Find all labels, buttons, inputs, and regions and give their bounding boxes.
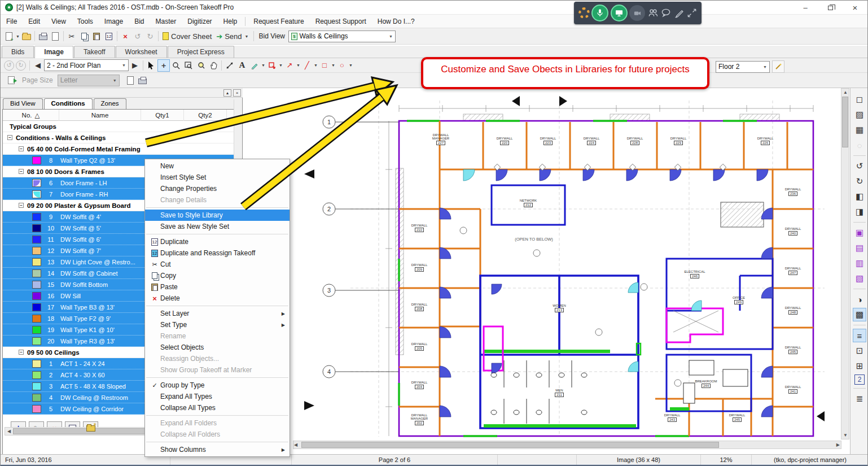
cover-sheet-button[interactable]: Cover Sheet <box>160 30 214 42</box>
layer-selector[interactable]: Floor 2▼ <box>716 61 770 73</box>
rotate-left-icon[interactable]: ↺ <box>853 159 866 173</box>
send-button[interactable]: ➔Send▼ <box>214 30 251 42</box>
page-setup-button[interactable] <box>5 74 17 86</box>
print-button[interactable] <box>37 30 49 42</box>
column-header-name[interactable]: Name <box>59 110 141 121</box>
stamp-tool[interactable] <box>266 59 278 72</box>
flip-vertical-icon[interactable]: ◨ <box>853 205 866 219</box>
list-view-icon[interactable]: ≡ <box>853 329 866 342</box>
microphone-on-button[interactable] <box>591 5 608 21</box>
column-header-qty2[interactable]: Qty2 <box>184 110 227 121</box>
horizontal-scrollbar[interactable]: ◀▶ <box>293 441 841 449</box>
page-selector[interactable]: 2 - 2nd Floor Plan▼ <box>44 59 129 71</box>
report-button[interactable]: 12 <box>103 30 115 42</box>
previous-page-button[interactable]: ◀ <box>32 59 44 72</box>
menu-edit[interactable]: Edit <box>23 16 46 27</box>
legend-icon[interactable]: ≣ <box>853 392 866 406</box>
menu-digitizer[interactable]: Digitizer <box>182 16 217 27</box>
collapse-icon[interactable]: − <box>19 350 24 355</box>
nav-back-button[interactable]: ↺ <box>4 60 14 71</box>
blank-page-button[interactable] <box>124 74 137 86</box>
menu-view[interactable]: View <box>46 16 72 27</box>
rotate-right-icon[interactable]: ↻ <box>853 175 866 188</box>
panel-tab-bid-view[interactable]: Bid View <box>3 98 43 109</box>
arrow-annotation-tool[interactable]: ↗ <box>283 59 296 72</box>
crosshair-tool[interactable]: ＋ <box>157 59 170 72</box>
context-set-type[interactable]: Set Type▶ <box>145 319 290 330</box>
drawing-canvas[interactable]: 1 2 3 4 <box>243 88 850 454</box>
pointer-tool[interactable] <box>145 59 157 72</box>
panel-close-button[interactable]: × <box>233 89 241 97</box>
new-bid-button[interactable] <box>3 30 15 42</box>
undo-button[interactable]: ↺ <box>131 30 144 42</box>
context-duplicate[interactable]: 12Duplicate <box>145 236 290 247</box>
copy-button[interactable] <box>78 30 90 42</box>
collapse-icon[interactable]: − <box>19 203 24 208</box>
line-annotation-tool[interactable]: ╱ <box>301 59 313 72</box>
ellipse-annotation-tool[interactable]: ○ <box>336 59 348 72</box>
menu-how-do-i[interactable]: How Do I...? <box>372 16 420 27</box>
zoom-select-tool[interactable] <box>195 59 207 72</box>
bring-forward-icon[interactable]: ▥ <box>853 256 866 270</box>
close-button[interactable]: × <box>843 1 867 15</box>
chat-icon[interactable] <box>660 7 672 19</box>
expand-icon[interactable] <box>687 8 697 18</box>
stamp-dropdown[interactable]: ▼ <box>278 63 283 67</box>
print-page-button[interactable] <box>137 74 149 86</box>
view-selector[interactable]: $ Walls & Ceilings▼ <box>288 31 396 42</box>
context-group-by-type[interactable]: ✓Group by Type <box>145 380 290 391</box>
group-row[interactable]: −05 40 00 Cold-Formed Metal Framing <box>3 143 240 155</box>
nav-forward-button[interactable]: ↻ <box>16 60 26 71</box>
menu-image[interactable]: Image <box>99 16 129 27</box>
vertical-scrollbar[interactable]: ▲▼ <box>841 88 849 439</box>
dimension-tool[interactable] <box>223 59 236 72</box>
camera-off-button[interactable] <box>629 5 645 21</box>
print-preview-button[interactable] <box>49 30 62 42</box>
redo-button[interactable]: ↻ <box>144 30 156 42</box>
attendees-icon[interactable] <box>647 7 659 19</box>
context-change-properties[interactable]: Change Properties <box>145 183 290 194</box>
send-to-back-icon[interactable]: ▤ <box>853 241 866 255</box>
context-save-to-style-library[interactable]: Save to Style Library <box>145 210 290 221</box>
menu-tools[interactable]: Tools <box>72 16 99 27</box>
group-row-top[interactable]: Typical Groups <box>3 121 240 132</box>
context-set-layer[interactable]: Set Layer▶ <box>145 308 290 319</box>
grid-view-icon[interactable]: ▦ <box>853 123 866 137</box>
menu-help[interactable]: Help <box>218 16 243 27</box>
select-objects-icon[interactable]: ◻ <box>853 93 866 106</box>
select-region-icon[interactable]: ▨ <box>853 108 866 121</box>
page-number-icon[interactable]: 2 <box>854 374 865 385</box>
pencil-tool[interactable] <box>248 59 261 72</box>
next-page-button[interactable]: ▶ <box>129 59 141 72</box>
restore-button[interactable] <box>818 1 843 15</box>
context-paste[interactable]: Paste <box>145 281 290 293</box>
tab-image[interactable]: Image <box>34 46 73 58</box>
context-collapse-all-types[interactable]: Collapse All Types <box>145 402 290 413</box>
ellipse-annotation-dropdown[interactable]: ▼ <box>348 63 353 67</box>
tab-takeoff[interactable]: Takeoff <box>74 46 115 58</box>
pencil-dropdown[interactable]: ▼ <box>261 63 266 67</box>
menu-master[interactable]: Master <box>150 16 182 27</box>
new-bid-dropdown[interactable]: ▼ <box>15 34 20 38</box>
pan-tool[interactable] <box>207 59 220 72</box>
text-tool[interactable]: A <box>236 59 248 72</box>
context-expand-all-types[interactable]: Expand All Types <box>145 391 290 402</box>
tab-worksheet[interactable]: Worksheet <box>116 46 167 58</box>
panel-tab-conditions[interactable]: Conditions <box>44 98 93 109</box>
grayscale-icon[interactable]: ▩ <box>853 308 866 321</box>
zoom-preview-icon[interactable]: ⊡ <box>853 344 866 358</box>
bring-to-front-icon[interactable]: ▣ <box>853 226 866 239</box>
context-copy[interactable]: Copy <box>145 270 290 281</box>
rectangle-annotation-tool[interactable]: □ <box>318 59 331 72</box>
arrow-annotation-dropdown[interactable]: ▼ <box>296 63 301 67</box>
open-button[interactable] <box>20 30 33 42</box>
magic-wand-button[interactable] <box>772 60 784 73</box>
context-cut[interactable]: ✂Cut <box>145 259 290 270</box>
tab-bids[interactable]: Bids <box>2 46 34 58</box>
context-insert-style-set[interactable]: Insert Style Set <box>145 172 290 183</box>
paste-button[interactable] <box>90 30 103 42</box>
column-header-qty1[interactable]: Qty1 <box>141 110 184 121</box>
menu-bid[interactable]: Bid <box>129 16 150 27</box>
delete-button[interactable]: × <box>119 30 131 42</box>
menu-file[interactable]: File <box>1 16 23 27</box>
